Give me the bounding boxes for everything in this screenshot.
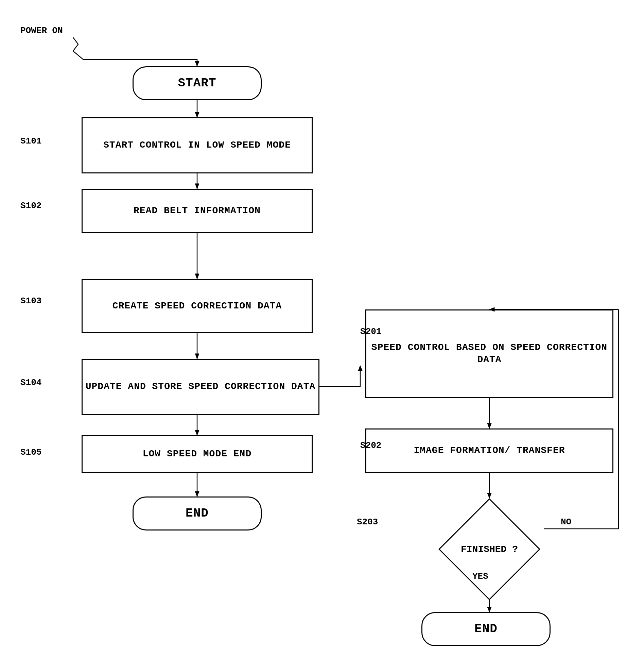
s102-label: S102 — [20, 201, 41, 211]
svg-marker-17 — [487, 423, 491, 428]
s103-label: S103 — [20, 296, 41, 306]
s103-node: CREATE SPEED CORRECTION DATA — [82, 279, 313, 333]
svg-marker-15 — [358, 366, 362, 371]
s203-diamond-container: FINISHED ? — [438, 498, 540, 600]
flowchart-diagram: POWER ON START S101 START CONTROL IN LOW… — [0, 0, 644, 657]
no-label: NO — [561, 517, 571, 527]
s203-text: FINISHED ? — [461, 544, 518, 555]
s101-node: START CONTROL IN LOW SPEED MODE — [82, 117, 313, 173]
svg-marker-0 — [195, 61, 199, 66]
svg-marker-22 — [487, 607, 491, 612]
svg-marker-4 — [195, 184, 199, 189]
end-left-node: END — [133, 496, 262, 530]
s105-node: LOW SPEED MODE END — [82, 435, 313, 473]
s101-label: S101 — [20, 136, 41, 146]
yes-label: YES — [472, 571, 488, 582]
svg-marker-19 — [487, 493, 491, 498]
s203-label: S203 — [357, 517, 378, 527]
svg-marker-8 — [195, 354, 199, 359]
svg-marker-2 — [195, 112, 199, 117]
svg-marker-12 — [195, 491, 199, 496]
start-node: START — [133, 66, 262, 100]
s104-node: UPDATE AND STORE SPEED CORRECTION DATA — [82, 359, 319, 415]
end-right-node: END — [421, 612, 551, 646]
s102-node: READ BELT INFORMATION — [82, 189, 313, 233]
svg-marker-10 — [195, 430, 199, 435]
s201-node: SPEED CONTROL BASED ON SPEED CORRECTION … — [365, 309, 613, 398]
s202-node: IMAGE FORMATION/ TRANSFER — [365, 428, 613, 473]
svg-marker-6 — [195, 274, 199, 279]
power-on-label: POWER ON — [20, 26, 63, 36]
s104-label: S104 — [20, 377, 41, 388]
s105-label: S105 — [20, 447, 41, 457]
